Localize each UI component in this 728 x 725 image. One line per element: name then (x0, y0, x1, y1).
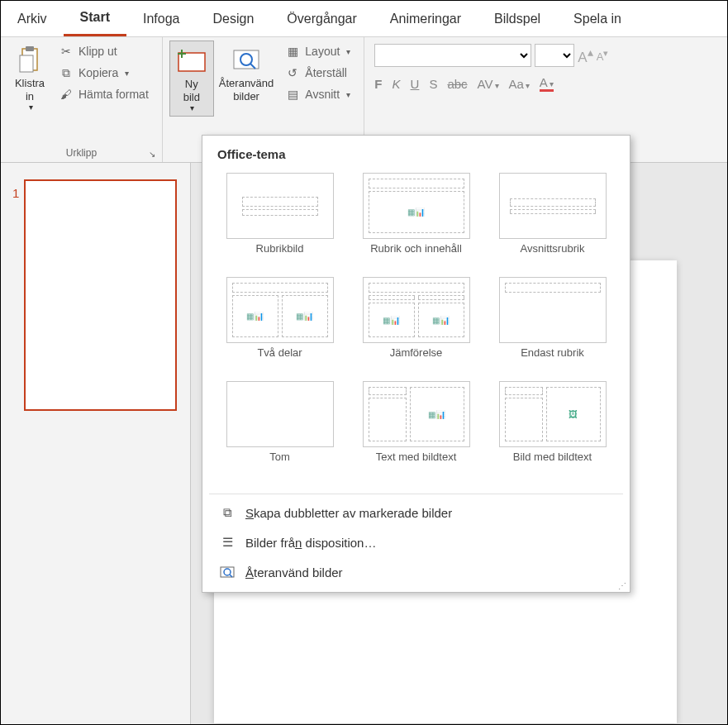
new-slide-button[interactable]: Ny bild ▾ (169, 41, 214, 117)
font-family-select[interactable] (374, 44, 531, 67)
content-icon: ▦📊 (246, 312, 264, 321)
tab-bildspel[interactable]: Bildspel (478, 1, 557, 36)
group-label-urklipp: Urklipp ↘ (7, 145, 155, 160)
picture-icon: 🖼 (569, 409, 578, 419)
new-slide-label: Ny bild (183, 78, 200, 103)
content-icon: ▦📊 (407, 207, 425, 217)
layout-endast-rubrik[interactable]: Endast rubrik (492, 277, 613, 373)
format-painter-button[interactable]: 🖌 Hämta format (55, 85, 152, 103)
chevron-down-icon: ▾ (125, 69, 129, 78)
copy-icon: ⧉ (59, 65, 74, 80)
outline-icon: ☰ (219, 534, 236, 551)
chevron-down-icon: ▾ (190, 103, 194, 112)
reuse-slides-button[interactable]: Återanvänd bilder (214, 41, 279, 106)
new-slide-icon (177, 45, 207, 76)
content-icon: ▦📊 (383, 316, 400, 325)
chevron-down-icon: ▾ (346, 90, 350, 99)
underline-button[interactable]: U (411, 77, 420, 91)
brush-icon: 🖌 (59, 87, 74, 102)
layout-grid: Rubrikbild ▦📊 Rubrik och innehåll Avsnit… (202, 166, 630, 490)
content-icon: ▦📊 (428, 410, 445, 419)
reuse-slides-icon (232, 44, 260, 75)
grow-font-button[interactable]: A▴ (578, 45, 592, 66)
cut-label: Klipp ut (79, 45, 117, 58)
reset-icon: ↺ (285, 65, 300, 80)
chevron-down-icon: ▾ (29, 103, 33, 112)
slide-thumbnail-panel (1, 163, 191, 724)
change-case-button[interactable]: Aa▾ (509, 77, 530, 91)
layout-bild-bildtext[interactable]: 🖼 Bild med bildtext (492, 381, 613, 477)
duplicate-icon: ⧉ (219, 504, 236, 521)
copy-button[interactable]: ⧉ Kopiera ▾ (55, 64, 152, 82)
font-size-select[interactable] (535, 44, 574, 67)
layout-avsnittsrubrik[interactable]: Avsnittsrubrik (492, 173, 613, 269)
tab-arkiv[interactable]: Arkiv (1, 1, 64, 36)
paste-label: Klistra in (15, 77, 45, 103)
svg-rect-2 (20, 55, 33, 72)
reuse-slides-item[interactable]: Återanvänd bilder (202, 557, 630, 587)
resize-grip-icon[interactable]: ⋰ (618, 581, 626, 590)
scissors-icon: ✂ (59, 44, 74, 59)
section-label: Avsnitt (305, 88, 340, 101)
slide-thumbnail-1[interactable] (24, 179, 177, 411)
paste-button[interactable]: Klistra in ▾ (7, 41, 52, 115)
layout-tom[interactable]: Tom (219, 381, 340, 477)
dialog-launcher-icon[interactable]: ↘ (149, 150, 155, 159)
tab-overgangar[interactable]: Övergångar (270, 1, 374, 36)
shrink-font-button[interactable]: A▾ (597, 48, 609, 63)
duplicate-slides-item[interactable]: ⧉ Skapa dubbletter av markerade bilder (202, 498, 630, 527)
tab-animeringar[interactable]: Animeringar (374, 1, 478, 36)
ribbon-tabs: Arkiv Start Infoga Design Övergångar Ani… (1, 1, 727, 37)
layout-rubrikbild[interactable]: Rubrikbild (219, 173, 340, 269)
content-icon: ▦📊 (296, 312, 313, 321)
reuse-slides-label: Återanvänd bilder (219, 77, 274, 103)
font-color-button[interactable]: A▾ (540, 75, 554, 92)
clipboard-icon (17, 44, 42, 75)
italic-button[interactable]: K (393, 77, 401, 91)
svg-rect-1 (26, 46, 34, 51)
chevron-down-icon: ▾ (346, 47, 350, 56)
content-icon: ▦📊 (432, 316, 450, 325)
reset-label: Återställ (305, 66, 347, 79)
layout-rubrik-innehall[interactable]: ▦📊 Rubrik och innehåll (355, 173, 477, 269)
section-button[interactable]: ▤ Avsnitt ▾ (282, 85, 354, 103)
section-icon: ▤ (285, 87, 300, 102)
bold-button[interactable]: F (374, 77, 382, 91)
strike-button[interactable]: abc (447, 77, 467, 91)
new-slide-menu: Office-tema Rubrikbild ▦📊 Rubrik och inn… (202, 135, 630, 593)
cut-button[interactable]: ✂ Klipp ut (55, 42, 152, 60)
tab-infoga[interactable]: Infoga (126, 1, 196, 36)
slides-from-outline-item[interactable]: ☰ Bilder från disposition… (202, 527, 630, 557)
shadow-button[interactable]: S (429, 77, 437, 91)
copy-label: Kopiera (79, 66, 118, 79)
char-spacing-button[interactable]: AV▾ (478, 77, 499, 91)
layout-text-bildtext[interactable]: ▦📊 Text med bildtext (355, 381, 477, 477)
slide-number: 1 (12, 186, 19, 200)
reset-button[interactable]: ↺ Återställ (282, 64, 354, 82)
layout-label: Layout (305, 45, 340, 58)
tab-design[interactable]: Design (197, 1, 271, 36)
layout-icon: ▦ (285, 44, 300, 59)
layout-tva-delar[interactable]: ▦📊 ▦📊 Två delar (219, 277, 340, 373)
menu-separator (209, 494, 623, 494)
group-urklipp: Klistra in ▾ ✂ Klipp ut ⧉ Kopiera ▾ 🖌 Hä… (1, 37, 163, 162)
tab-start[interactable]: Start (64, 1, 126, 36)
reuse-icon (219, 564, 236, 580)
layout-jamforelse[interactable]: ▦📊 ▦📊 Jämförelse (355, 277, 477, 373)
format-painter-label: Hämta format (79, 88, 149, 101)
menu-title: Office-tema (202, 136, 630, 166)
layout-button[interactable]: ▦ Layout ▾ (282, 42, 354, 60)
tab-spela-in[interactable]: Spela in (557, 1, 638, 36)
